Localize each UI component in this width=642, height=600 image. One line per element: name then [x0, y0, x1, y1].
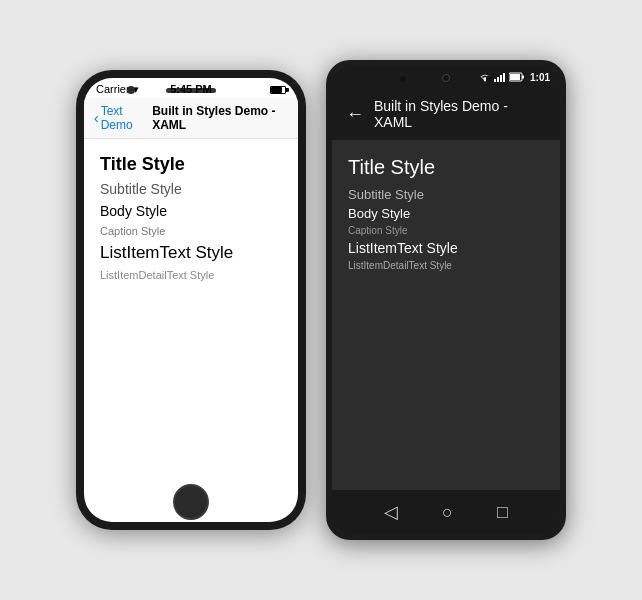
android-nav-bar: ◁ ○ □ [332, 490, 560, 534]
android-back-nav-icon[interactable]: ◁ [384, 501, 398, 523]
svg-rect-6 [522, 76, 524, 79]
android-signal-icon [494, 72, 506, 82]
android-time: 1:01 [530, 72, 550, 83]
ios-content: Title Style Subtitle Style Body Style Ca… [84, 139, 298, 522]
android-caption-style-item: Caption Style [348, 223, 544, 238]
ios-subtitle-style-item: Subtitle Style [100, 178, 282, 200]
ios-caption-style-item: Caption Style [100, 222, 282, 240]
android-listitem-style-item: ListItemText Style [348, 238, 544, 258]
ios-nav-title: Built in Styles Demo - XAML [152, 104, 288, 132]
android-listitemdetail-style-item: ListItemDetailText Style [348, 258, 544, 273]
android-home-nav-icon[interactable]: ○ [442, 502, 453, 523]
ios-time: 5:45 PM [170, 83, 212, 95]
android-camera [442, 74, 450, 82]
ios-screen: Carrier ▾ 5:45 PM ‹ Text Demo Built in S… [84, 78, 298, 522]
svg-rect-2 [497, 77, 499, 82]
android-app-title: Built in Styles Demo - XAML [374, 98, 546, 130]
ios-nav-bar: ‹ Text Demo Built in Styles Demo - XAML [84, 98, 298, 139]
ios-body-style-item: Body Style [100, 200, 282, 222]
android-title-style-item: Title Style [348, 154, 544, 181]
svg-rect-1 [494, 79, 496, 82]
android-speaker-right [486, 76, 492, 82]
svg-rect-4 [503, 73, 505, 82]
ios-status-bar: Carrier ▾ 5:45 PM [84, 78, 298, 98]
android-phone: 1:01 ← Built in Styles Demo - XAML Title… [326, 60, 566, 540]
ios-phone: Carrier ▾ 5:45 PM ‹ Text Demo Built in S… [76, 70, 306, 530]
svg-rect-3 [500, 75, 502, 82]
ios-status-right [270, 83, 286, 95]
android-battery-icon [509, 72, 525, 82]
ios-carrier: Carrier [96, 83, 130, 95]
android-subtitle-style-item: Subtitle Style [348, 185, 544, 204]
ios-title-style-item: Title Style [100, 151, 282, 178]
ios-back-button[interactable]: ‹ Text Demo [94, 104, 148, 132]
ios-back-chevron-icon: ‹ [94, 110, 99, 126]
ios-battery [270, 83, 286, 95]
android-body-style-item: Body Style [348, 204, 544, 223]
android-app-bar: ← Built in Styles Demo - XAML [332, 88, 560, 140]
android-content: Title Style Subtitle Style Body Style Ca… [332, 140, 560, 490]
ios-back-label[interactable]: Text Demo [101, 104, 148, 132]
ios-home-button[interactable] [173, 484, 209, 520]
phones-container: Carrier ▾ 5:45 PM ‹ Text Demo Built in S… [56, 40, 586, 560]
android-recents-nav-icon[interactable]: □ [497, 502, 508, 523]
ios-listitemdetail-style-item: ListItemDetailText Style [100, 266, 282, 284]
android-speaker-left [400, 76, 406, 82]
svg-rect-7 [510, 74, 520, 80]
android-back-button[interactable]: ← [346, 104, 364, 125]
ios-listitem-style-item: ListItemText Style [100, 240, 282, 266]
android-screen: 1:01 ← Built in Styles Demo - XAML Title… [332, 66, 560, 534]
ios-camera [127, 86, 135, 94]
